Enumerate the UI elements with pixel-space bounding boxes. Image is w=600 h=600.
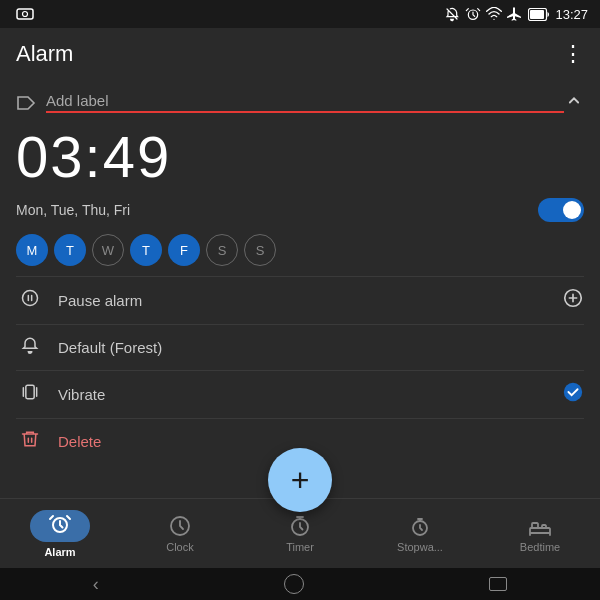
nav-alarm[interactable]: Alarm — [0, 510, 120, 558]
day-F[interactable]: F — [168, 234, 200, 266]
days-row: Mon, Tue, Thu, Fri — [16, 192, 584, 228]
day-M[interactable]: M — [16, 234, 48, 266]
collapse-button[interactable] — [564, 90, 584, 115]
stopwatch-nav-icon — [408, 514, 432, 538]
nav-bedtime[interactable]: Bedtime — [480, 514, 600, 553]
svg-point-8 — [564, 383, 582, 401]
status-right-icons: 13:27 — [444, 6, 588, 22]
nav-timer-label: Timer — [286, 541, 314, 553]
nav-stopwatch[interactable]: Stopwa... — [360, 514, 480, 553]
add-circle-icon — [562, 287, 584, 309]
label-left: Add label — [16, 92, 564, 113]
more-vert-icon[interactable]: ⋮ — [562, 41, 584, 67]
home-button[interactable] — [284, 574, 304, 594]
svg-rect-7 — [26, 385, 34, 398]
delete-label: Delete — [58, 433, 584, 450]
chevron-up-icon — [564, 90, 584, 110]
sim-icon — [16, 7, 34, 21]
recents-button[interactable] — [489, 577, 507, 591]
vibrate-row[interactable]: Vibrate — [16, 370, 584, 418]
day-T2[interactable]: T — [130, 234, 162, 266]
clock-nav-icon — [168, 514, 192, 538]
label-tag-icon — [16, 95, 38, 111]
top-bar: Alarm ⋮ — [0, 28, 600, 80]
plus-icon: + — [291, 464, 310, 496]
add-pause-button[interactable] — [562, 287, 584, 314]
nav-timer[interactable]: Timer — [240, 514, 360, 553]
status-alarm-icon — [465, 6, 481, 22]
nav-alarm-wrap — [30, 510, 90, 542]
svg-rect-13 — [532, 523, 538, 528]
day-W[interactable]: W — [92, 234, 124, 266]
alarm-time[interactable]: 03:49 — [16, 119, 584, 192]
ringtone-label: Default (Forest) — [58, 339, 584, 356]
svg-rect-4 — [530, 10, 544, 19]
label-input-wrap[interactable]: Add label — [46, 92, 564, 113]
delete-icon — [16, 429, 44, 454]
svg-rect-0 — [17, 9, 33, 19]
label-underline — [46, 111, 564, 113]
bell-off-icon — [444, 6, 460, 22]
alarm-detail: Add label 03:49 Mon, Tue, Thu, Fri M T W… — [0, 80, 600, 498]
battery-icon — [528, 8, 550, 21]
wifi-icon — [486, 7, 502, 21]
android-nav-bar: ‹ — [0, 568, 600, 600]
status-bar: 13:27 — [0, 0, 600, 28]
nav-clock[interactable]: Clock — [120, 514, 240, 553]
day-S2[interactable]: S — [244, 234, 276, 266]
status-time: 13:27 — [555, 7, 588, 22]
nav-clock-label: Clock — [166, 541, 194, 553]
pause-alarm-row: Pause alarm — [16, 276, 584, 324]
nav-stopwatch-label: Stopwa... — [397, 541, 443, 553]
airplane-icon — [507, 6, 523, 22]
vibrate-label: Vibrate — [58, 386, 562, 403]
svg-rect-14 — [542, 525, 546, 528]
ringtone-row[interactable]: Default (Forest) — [16, 324, 584, 370]
bedtime-nav-icon — [528, 514, 552, 538]
vibrate-checkmark — [562, 381, 584, 408]
day-S1[interactable]: S — [206, 234, 238, 266]
day-T1[interactable]: T — [54, 234, 86, 266]
day-circles: M T W T F S S — [16, 228, 584, 276]
timer-nav-icon — [288, 514, 312, 538]
back-button[interactable]: ‹ — [93, 574, 99, 595]
pause-alarm-label: Pause alarm — [58, 292, 562, 309]
svg-point-5 — [23, 291, 38, 306]
svg-point-1 — [23, 12, 28, 17]
alarm-toggle[interactable] — [538, 198, 584, 222]
page-title: Alarm — [16, 41, 73, 67]
bell-icon — [16, 335, 44, 360]
vibrate-icon — [16, 382, 44, 407]
days-text: Mon, Tue, Thu, Fri — [16, 202, 130, 218]
label-placeholder[interactable]: Add label — [46, 92, 564, 109]
nav-alarm-label: Alarm — [44, 546, 75, 558]
status-left-icons — [16, 7, 34, 21]
label-row: Add label — [16, 80, 584, 119]
add-alarm-fab[interactable]: + — [268, 448, 332, 512]
pause-icon — [16, 288, 44, 313]
alarm-nav-icon — [48, 512, 72, 536]
nav-bedtime-label: Bedtime — [520, 541, 560, 553]
